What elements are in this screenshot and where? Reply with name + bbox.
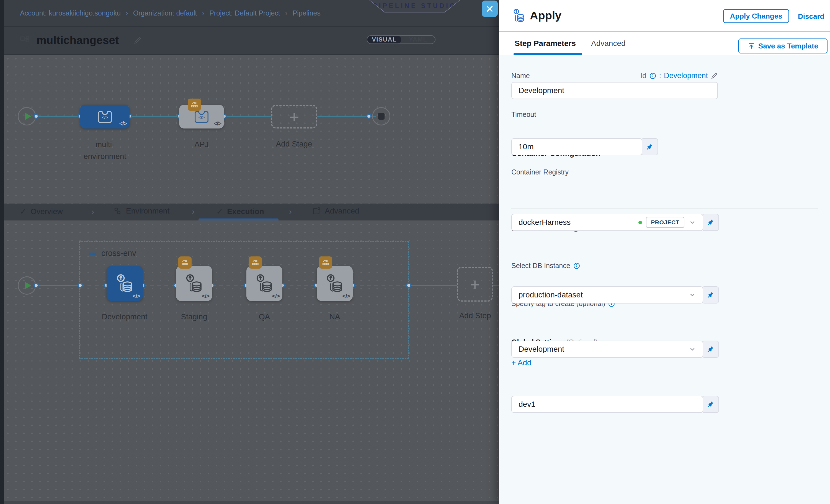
tab-environment-label: Environment bbox=[126, 207, 169, 215]
db-instance-label-text: Select DB Instance bbox=[511, 262, 570, 270]
pipeline-studio-screen: Account: kurosakiichigo.songoku › Organi… bbox=[0, 0, 830, 504]
step-code-glyph: </> bbox=[202, 293, 209, 300]
stage-connector bbox=[36, 116, 271, 117]
apply-changes-button[interactable]: Apply Changes bbox=[723, 9, 789, 23]
db-apply-step-icon bbox=[323, 272, 346, 295]
container-registry-value: dockerHarness bbox=[518, 218, 571, 227]
chevron-down-icon bbox=[689, 219, 696, 226]
close-icon bbox=[486, 5, 493, 13]
rollback-badge-icon bbox=[319, 256, 332, 269]
step-connector-dashed bbox=[212, 285, 246, 286]
tab-step-parameters[interactable]: Step Parameters bbox=[515, 39, 576, 48]
pin-icon bbox=[707, 346, 714, 353]
pipeline-title: multichangeset bbox=[36, 34, 119, 46]
chevron-right-icon: › bbox=[192, 207, 195, 216]
close-panel-button[interactable] bbox=[482, 1, 498, 17]
rollback-badge-icon bbox=[249, 256, 262, 269]
add-global-setting-button[interactable]: + Add bbox=[511, 358, 531, 367]
active-tab-underline bbox=[514, 53, 582, 55]
container-registry-field: dockerHarness PROJECT bbox=[511, 214, 719, 231]
pipeline-end-node bbox=[372, 107, 390, 125]
add-stage-label: Add Stage bbox=[267, 138, 321, 150]
toggle-visual[interactable]: VISUAL bbox=[368, 36, 401, 43]
db-instance-field: Development bbox=[511, 341, 719, 358]
pin-input-button[interactable] bbox=[702, 286, 719, 304]
breadcrumb-pipelines[interactable]: Pipelines bbox=[293, 9, 321, 17]
tag-field: dev1 bbox=[511, 396, 719, 413]
pin-input-button[interactable] bbox=[702, 396, 719, 413]
name-input[interactable]: Development bbox=[511, 82, 718, 99]
stop-icon bbox=[378, 113, 385, 120]
timeout-field: 10m bbox=[511, 138, 658, 155]
step-code-glyph: </> bbox=[272, 293, 280, 300]
id-separator: : bbox=[659, 71, 661, 80]
tab-environment[interactable]: Environment bbox=[113, 207, 169, 215]
stage-label: multi-environment bbox=[78, 138, 131, 163]
add-stage-button[interactable]: + bbox=[271, 105, 317, 128]
discard-button[interactable]: Discard bbox=[798, 12, 824, 21]
name-label: Name bbox=[511, 72, 530, 80]
pipeline-title-bar: multichangeset VISUAL YAML bbox=[4, 27, 499, 55]
id-label: Id bbox=[640, 71, 646, 80]
tab-panel-advanced[interactable]: Advanced bbox=[591, 39, 626, 48]
stage-multi-environment[interactable]: </> </> bbox=[80, 105, 130, 128]
db-schema-select[interactable]: production-dataset bbox=[511, 286, 703, 304]
tab-execution[interactable]: ✓ Execution bbox=[216, 207, 264, 216]
info-icon[interactable] bbox=[649, 72, 657, 80]
pin-input-button[interactable] bbox=[641, 138, 658, 155]
step-na[interactable]: </> bbox=[317, 266, 353, 301]
db-apply-step-icon bbox=[183, 272, 206, 295]
advanced-icon bbox=[312, 207, 321, 215]
tab-overview-label: Overview bbox=[30, 207, 63, 216]
chevron-right-icon: › bbox=[91, 207, 94, 216]
step-config-panel: Apply Apply Changes Discard Step Paramet… bbox=[499, 0, 830, 504]
save-as-template-button[interactable]: Save as Template bbox=[738, 38, 828, 54]
db-instance-select[interactable]: Development bbox=[511, 341, 703, 358]
breadcrumb-account[interactable]: Account: kurosakiichigo.songoku bbox=[20, 9, 121, 17]
step-connector bbox=[409, 285, 457, 286]
execution-canvas: cross-env </> Development bbox=[4, 220, 499, 501]
add-step-label: Add Step bbox=[448, 310, 502, 321]
pipeline-graph-icon bbox=[20, 35, 30, 46]
toggle-yaml[interactable]: YAML bbox=[401, 36, 435, 43]
breadcrumb: Account: kurosakiichigo.songoku › Organi… bbox=[20, 9, 321, 18]
tag-input-value: dev1 bbox=[518, 400, 536, 409]
step-connector-dashed bbox=[80, 285, 106, 286]
pipeline-studio-badge: PIPELINE STUDIO bbox=[369, 0, 460, 12]
connectivity-status-dot bbox=[638, 221, 642, 224]
chevron-down-icon bbox=[689, 346, 696, 353]
db-schema-field: production-dataset bbox=[511, 286, 719, 304]
edit-pipeline-name-icon[interactable] bbox=[133, 36, 142, 44]
breadcrumb-project[interactable]: Project: Default Project bbox=[209, 9, 280, 17]
edit-id-icon[interactable] bbox=[711, 72, 718, 80]
container-registry-select[interactable]: dockerHarness PROJECT bbox=[511, 214, 703, 231]
step-connector-dashed bbox=[143, 285, 176, 286]
apply-step-icon bbox=[511, 8, 527, 24]
breadcrumb-organization[interactable]: Organization: default bbox=[133, 9, 197, 17]
collapse-group-icon[interactable] bbox=[89, 253, 96, 255]
connector-dot bbox=[406, 283, 411, 288]
tab-overview[interactable]: ✓ Overview bbox=[20, 207, 63, 216]
step-qa[interactable]: </> bbox=[246, 266, 282, 301]
panel-tabs: Step Parameters Advanced Save as Templat… bbox=[499, 32, 830, 55]
pipeline-config-tabs: ✓ Overview › Environment › ✓ Execution ›… bbox=[4, 203, 499, 220]
tag-input[interactable]: dev1 bbox=[511, 396, 703, 413]
check-icon: ✓ bbox=[216, 207, 223, 216]
id-row: Id : Development bbox=[640, 71, 718, 80]
pin-input-button[interactable] bbox=[702, 341, 719, 358]
play-icon bbox=[25, 113, 31, 120]
stage-apj[interactable]: </> </> bbox=[179, 105, 224, 128]
add-step-button[interactable]: + bbox=[457, 267, 493, 302]
info-icon[interactable] bbox=[573, 262, 580, 270]
step-staging[interactable]: </> bbox=[176, 266, 212, 301]
pin-icon bbox=[707, 401, 714, 408]
step-title: Apply bbox=[530, 9, 562, 22]
step-label: Development bbox=[98, 311, 151, 323]
timeout-input-value: 10m bbox=[518, 142, 534, 151]
tab-advanced[interactable]: Advanced bbox=[312, 207, 359, 215]
connector-dot bbox=[33, 283, 39, 288]
timeout-input[interactable]: 10m bbox=[511, 138, 642, 155]
pin-input-button[interactable] bbox=[702, 214, 719, 231]
step-development[interactable]: </> bbox=[106, 266, 143, 301]
step-connector bbox=[493, 285, 499, 286]
